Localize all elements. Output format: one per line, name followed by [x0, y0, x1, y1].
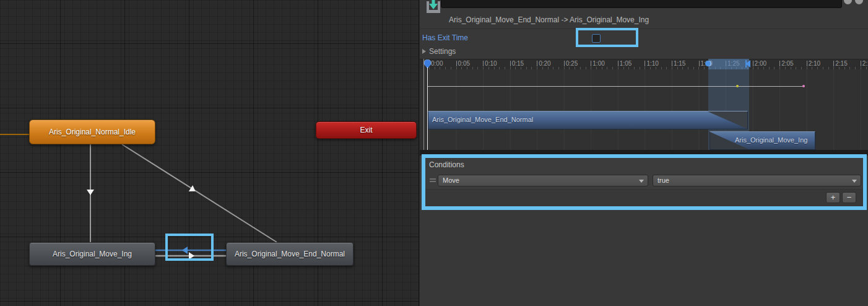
ruler-tick: 2:05 [781, 60, 793, 67]
inspector-header: Aris_Original_Move_End_Normal -> Aris_Or… [420, 0, 868, 29]
transition-end-handle[interactable] [802, 85, 805, 87]
timeline-bar-from-state[interactable]: Aris_Original_Move_End_Normal [428, 111, 748, 129]
ruler-tick: 2:10 [809, 60, 820, 67]
state-node-label: Exit [360, 126, 372, 134]
annotation-box-conditions [422, 154, 867, 210]
help-icon[interactable] [844, 0, 852, 4]
annotation-box-has-exit-time [576, 28, 638, 47]
state-node-label: Aris_Original_Move_Ing [53, 250, 132, 258]
state-node-move-ing[interactable]: Aris_Original_Move_Ing [29, 242, 155, 266]
timeline-ruler[interactable]: 0:000:050:100:150:200:251:001:051:101:15… [420, 59, 868, 69]
arrow-down-icon [87, 190, 94, 195]
ruler-tick: 0:15 [512, 60, 524, 67]
transition-region-ruler-highlight [708, 59, 749, 69]
gear-icon[interactable] [855, 0, 863, 4]
keyframe-dot-yellow[interactable] [736, 85, 739, 87]
transition-end-marker-icon[interactable] [745, 60, 750, 68]
timeline-left-edge [423, 59, 424, 150]
transition-name-field[interactable] [441, 0, 842, 8]
state-node-exit[interactable]: Exit [316, 121, 417, 139]
ruler-tick: 0:00 [431, 60, 443, 67]
ruler-tick: 2:00 [755, 60, 766, 67]
state-node-label: Aris_Original_Normal_Idle [49, 128, 136, 136]
foldout-triangle-icon [422, 49, 426, 54]
ruler-tick: 0:10 [485, 60, 497, 67]
transition-start-marker-icon[interactable] [705, 61, 711, 66]
ruler-tick: 0:25 [566, 60, 578, 67]
playhead-pin-icon[interactable] [423, 59, 432, 69]
annotation-box-selected-transition [165, 234, 214, 261]
state-machine-graph[interactable]: Aris_Original_Normal_Idle Exit Aris_Orig… [0, 0, 419, 306]
bar-label: Aris_Original_Move_Ing [735, 136, 807, 144]
settings-foldout[interactable]: Settings [422, 47, 456, 56]
transition-title: Aris_Original_Move_End_Normal -> Aris_Or… [449, 15, 649, 24]
bar-label: Aris_Original_Move_End_Normal [432, 116, 533, 123]
transition-inspector: Aris_Original_Move_End_Normal -> Aris_Or… [420, 0, 868, 306]
ruler-tick: 1:15 [674, 60, 685, 67]
transition-duration-line[interactable] [428, 86, 804, 87]
transition-icon [425, 0, 441, 15]
has-exit-time-label: Has Exit Time [422, 33, 468, 42]
blend-out-triangle [708, 111, 747, 129]
ruler-tick: 1:05 [620, 60, 631, 67]
state-node-move-end-normal[interactable]: Aris_Original_Move_End_Normal [226, 242, 354, 266]
ruler-tick: 2:20 [862, 60, 868, 67]
timeline-bar-to-state[interactable]: Aris_Original_Move_Ing [710, 131, 815, 150]
animator-window: Aris_Original_Normal_Idle Exit Aris_Orig… [0, 0, 868, 306]
ruler-tick: 2:15 [835, 60, 847, 67]
ruler-tick: 0:20 [539, 60, 550, 67]
arrow-diagonal-icon [189, 185, 197, 195]
ruler-tick: 0:05 [458, 60, 470, 67]
state-node-label: Aris_Original_Move_End_Normal [235, 250, 345, 258]
ruler-tick: 1:10 [646, 60, 658, 67]
ruler-tick: 1:00 [592, 60, 604, 67]
playhead-line [427, 67, 428, 150]
state-node-idle[interactable]: Aris_Original_Normal_Idle [29, 120, 155, 144]
transition-idle-to-moveend[interactable] [122, 144, 277, 242]
settings-label: Settings [429, 47, 456, 56]
